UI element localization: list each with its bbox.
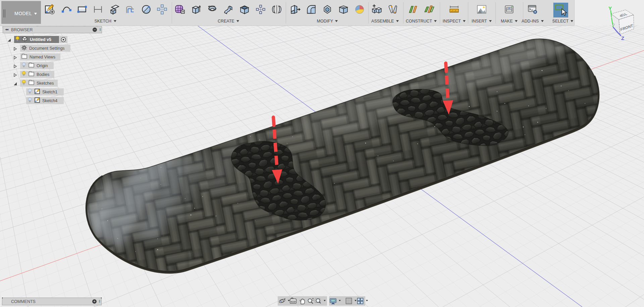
svg-text:Z: Z [621, 35, 624, 41]
svg-text:Y: Y [608, 5, 612, 11]
